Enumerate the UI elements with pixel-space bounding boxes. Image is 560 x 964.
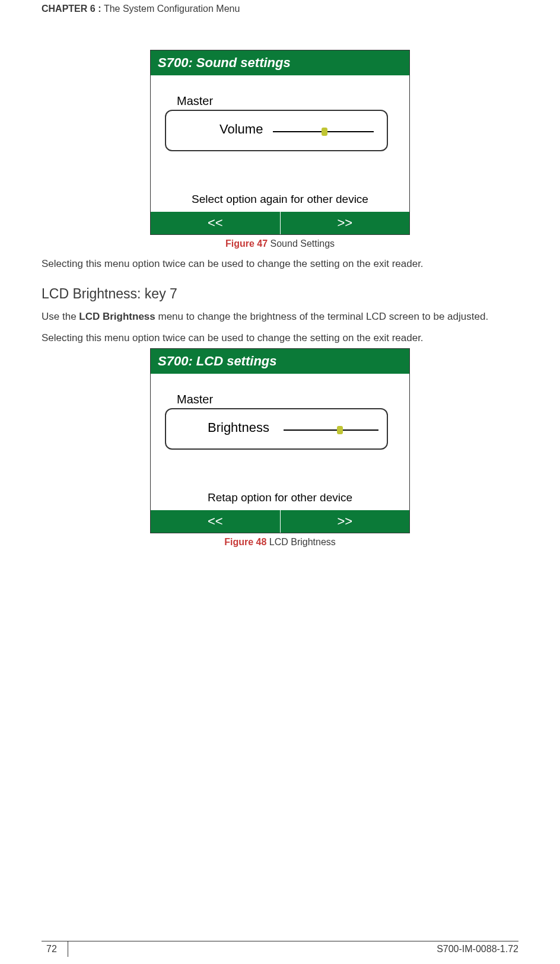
- next-button[interactable]: >>: [281, 510, 410, 533]
- paragraph: Selecting this menu option twice can be …: [42, 332, 518, 345]
- slider-label: Volume: [219, 122, 263, 137]
- caption-text: Sound Settings: [268, 238, 335, 249]
- slider-thumb[interactable]: [322, 128, 327, 136]
- window-body: Master Brightness Retap option for other…: [151, 374, 409, 510]
- group-label: Master: [177, 94, 213, 108]
- volume-slider-container: Volume: [165, 110, 388, 151]
- document-id: S700-IM-0088-1.72: [437, 941, 518, 957]
- prev-button[interactable]: <<: [151, 212, 281, 234]
- page-number: 72: [42, 941, 68, 957]
- group-label: Master: [177, 393, 213, 406]
- prev-button[interactable]: <<: [151, 510, 281, 533]
- hint-text: Select option again for other device: [151, 193, 409, 206]
- figure-47-caption: Figure 47 Sound Settings: [42, 238, 518, 249]
- hint-text: Retap option for other device: [151, 491, 409, 504]
- nav-row: << >>: [151, 212, 409, 234]
- volume-slider[interactable]: [273, 131, 374, 132]
- page-footer: 72 S700-IM-0088-1.72: [0, 941, 560, 957]
- slider-label: Brightness: [208, 420, 269, 435]
- window-title: S700: LCD settings: [151, 349, 409, 374]
- paragraph: Selecting this menu option twice can be …: [42, 257, 518, 271]
- caption-label: Figure 47: [225, 238, 268, 249]
- chapter-title: The System Configuration Menu: [104, 4, 240, 14]
- chapter-label: CHAPTER 6 :: [42, 4, 104, 14]
- window-body: Master Volume Select option again for ot…: [151, 75, 409, 212]
- section-heading: LCD Brightness: key 7: [42, 286, 518, 302]
- page-header: CHAPTER 6 : The System Configuration Men…: [42, 0, 518, 14]
- figure-48-caption: Figure 48 LCD Brightness: [42, 537, 518, 548]
- paragraph: Use the LCD Brightness menu to change th…: [42, 310, 518, 323]
- caption-label: Figure 48: [224, 537, 266, 547]
- lcd-settings-screenshot: S700: LCD settings Master Brightness Ret…: [150, 348, 410, 533]
- next-button[interactable]: >>: [281, 212, 410, 234]
- sound-settings-screenshot: S700: Sound settings Master Volume Selec…: [150, 50, 410, 235]
- caption-text: LCD Brightness: [266, 537, 336, 547]
- nav-row: << >>: [151, 510, 409, 533]
- slider-thumb[interactable]: [337, 426, 343, 434]
- brightness-slider[interactable]: [284, 429, 378, 431]
- window-title: S700: Sound settings: [151, 50, 409, 75]
- brightness-slider-container: Brightness: [165, 408, 388, 450]
